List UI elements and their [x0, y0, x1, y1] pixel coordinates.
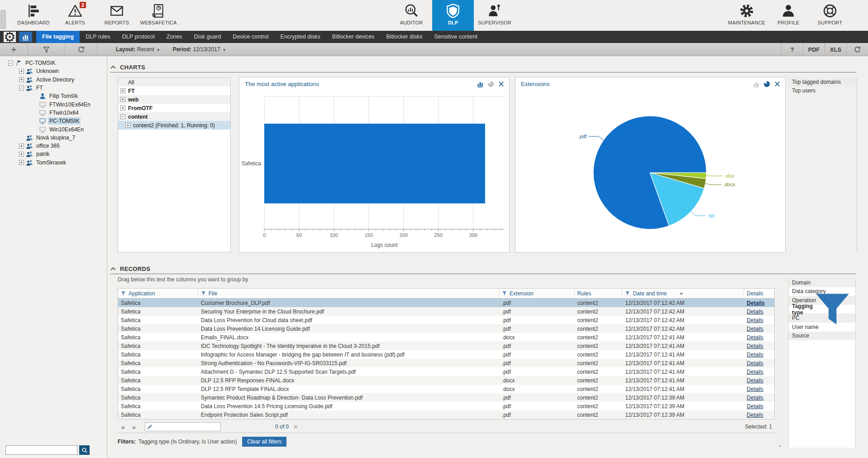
chart-list-item-top-tagged-domains[interactable]: Top tagged domains: [789, 77, 857, 87]
help-button[interactable]: ?: [781, 43, 803, 56]
tab-disk-guard[interactable]: Disk guard: [188, 31, 227, 43]
chart-list-item-top-users[interactable]: Top users: [789, 87, 857, 96]
export-xls-button[interactable]: XLS: [825, 43, 846, 56]
nav-item-reports[interactable]: REPORTS: [96, 0, 138, 31]
expand-icon[interactable]: +: [19, 69, 24, 74]
tree-item-win10ex64en[interactable]: Win10Ex64En: [0, 125, 107, 133]
table-row[interactable]: SafeticaData Loss Prevention for Cloud d…: [118, 316, 774, 324]
pie-view-icon[interactable]: [487, 81, 494, 87]
chart-view-button[interactable]: [19, 32, 32, 42]
add-chart-button[interactable]: [0, 43, 28, 56]
details-link[interactable]: Details: [747, 377, 763, 384]
chart-tree-row-all[interactable]: All: [118, 78, 230, 87]
expand-icon[interactable]: +: [19, 77, 24, 82]
filter-button[interactable]: [28, 43, 65, 56]
expand-icon[interactable]: +: [19, 144, 24, 149]
records-scrollbar[interactable]: [777, 289, 783, 448]
table-row[interactable]: SafeticaIDC Technology Spotlight - The I…: [118, 342, 774, 350]
close-icon[interactable]: [498, 81, 505, 87]
tree-item-filip-tomšík[interactable]: Filip Tomšík: [0, 92, 107, 100]
tree-item-ftwin10x64[interactable]: FTwin10x64: [0, 109, 107, 117]
tree-item-unknown[interactable]: +Unknown: [0, 67, 107, 75]
chart-tree-row-content2[interactable]: +content2 (Finished: 1, Running: 0): [118, 121, 230, 130]
table-row[interactable]: SafeticaData Loss Prevention 14.5 Pricin…: [118, 402, 774, 410]
table-row[interactable]: SafeticaDLP 12.5 RFP Template FINAL.docx…: [118, 385, 774, 393]
details-link[interactable]: Details: [747, 309, 763, 315]
table-row[interactable]: SafeticaStrong Authentication - No Passw…: [118, 359, 774, 367]
tree-item-ftwin10ex64en[interactable]: FTWin10Ex64En: [0, 100, 107, 108]
details-link[interactable]: Details: [747, 326, 763, 332]
nav-item-maintenance[interactable]: MAINTENANCE: [726, 0, 768, 31]
table-row[interactable]: SafeticaCustomer Brochure_DLP.pdf.pdfcon…: [118, 299, 774, 307]
expand-icon[interactable]: +: [120, 97, 125, 102]
column-header-date-and-time[interactable]: Date and time: [622, 289, 744, 298]
close-icon[interactable]: [774, 81, 781, 87]
tree-item-office-365[interactable]: +office 365: [0, 142, 107, 150]
details-link[interactable]: Details: [747, 334, 763, 341]
chart-tree-row-ft[interactable]: +FT: [118, 87, 230, 95]
chart-tree-row-content[interactable]: −content: [118, 112, 230, 121]
tree-item-pc-tomsik[interactable]: PC-TOMSIK: [0, 117, 107, 125]
expand-icon[interactable]: +: [19, 160, 24, 165]
clear-all-filters-button[interactable]: Clear all filters: [242, 437, 286, 447]
table-row[interactable]: SafeticaSymantec Product Roadmap & Direc…: [118, 393, 774, 402]
pager-next-button[interactable]: »: [129, 423, 139, 431]
expand-icon[interactable]: +: [120, 106, 125, 111]
scroll-down-icon[interactable]: ⌄: [777, 442, 783, 448]
tab-file-tagging[interactable]: File tagging: [36, 31, 80, 43]
details-link[interactable]: Details: [747, 352, 763, 358]
expand-icon[interactable]: +: [125, 123, 130, 128]
table-row[interactable]: SafeticaDLP 12.5 RFP Responses FINAL.doc…: [118, 376, 774, 385]
bar-view-icon[interactable]: [753, 81, 760, 87]
settings-view-button[interactable]: ⚙: [4, 32, 16, 42]
tree-item-active-directory[interactable]: +Active Directory: [0, 76, 107, 84]
group-field-tagging-type[interactable]: Tagging type: [789, 305, 855, 314]
column-header-application[interactable]: Application: [118, 289, 198, 298]
refresh-button[interactable]: [65, 43, 97, 56]
collapse-charts-icon[interactable]: [110, 66, 116, 69]
tab-zones[interactable]: Zones: [161, 31, 188, 43]
tree-item-nová-skupina_7[interactable]: Nová skupina_7: [0, 134, 107, 142]
nav-item-dashboard[interactable]: DASHBOARD: [13, 0, 54, 31]
nav-item-alerts[interactable]: ALERTS2: [54, 0, 96, 31]
nav-item-supervisor[interactable]: SUPERVISOR: [474, 0, 515, 31]
table-row[interactable]: SafeticaAttachment G - Symantec DLP 12.5…: [118, 367, 774, 376]
collapse-records-icon[interactable]: [110, 267, 116, 270]
expand-icon[interactable]: +: [19, 152, 24, 157]
nav-item-auditor[interactable]: AUDITOR: [391, 0, 432, 31]
tab-bitlocker-devices[interactable]: Bitlocker devices: [326, 31, 381, 43]
table-row[interactable]: SafeticaSecuring Your Enterprise in the …: [118, 307, 774, 316]
records-scrollbar-thumb[interactable]: [0, 10, 6, 29]
nav-item-profile[interactable]: PROFILE: [768, 0, 809, 31]
tree-item-patrik[interactable]: +patrik: [0, 150, 107, 158]
group-field-source[interactable]: Source: [789, 332, 855, 341]
details-link[interactable]: Details: [747, 343, 763, 349]
table-row[interactable]: SafeticaEndpoint Protection Sales Script…: [118, 410, 774, 419]
details-link[interactable]: Details: [747, 300, 764, 306]
sidebar-search-input[interactable]: [5, 445, 77, 455]
chart-tree-row-fromotf[interactable]: +FromOTF: [118, 104, 230, 112]
period-selector[interactable]: Period: 12/13/2017▼: [173, 43, 226, 56]
pie-view-icon[interactable]: [763, 81, 770, 87]
layout-selector[interactable]: Layout: Recent▼: [116, 43, 160, 56]
nav-item-websafetica[interactable]: wwwWEBSAFETICA: [138, 0, 179, 31]
column-header-extension[interactable]: Extension: [499, 289, 575, 298]
details-link[interactable]: Details: [747, 369, 763, 375]
table-row[interactable]: SafeticaInfographic for Access Manager -…: [118, 350, 774, 359]
collapse-icon[interactable]: −: [120, 114, 125, 119]
collapse-icon[interactable]: −: [8, 61, 13, 66]
tab-device-control[interactable]: Device control: [227, 31, 274, 43]
pager-clear-icon[interactable]: ✕: [293, 424, 298, 430]
column-header-rules[interactable]: Rules: [575, 289, 623, 298]
nav-item-support[interactable]: SUPPORT: [809, 0, 851, 31]
details-link[interactable]: Details: [747, 360, 763, 366]
details-link[interactable]: Details: [747, 386, 763, 392]
tab-encrypted-disks[interactable]: Encrypted disks: [275, 31, 326, 43]
details-link[interactable]: Details: [747, 395, 763, 401]
pager-prev-button[interactable]: «: [118, 423, 129, 431]
tree-item-tomskrasek[interactable]: +TomSkrasek: [0, 159, 107, 167]
group-field-domain[interactable]: Domain: [789, 278, 855, 287]
bar-view-icon[interactable]: [477, 81, 484, 87]
details-link[interactable]: Details: [747, 412, 763, 418]
tab-sensitive-content[interactable]: Sensitive content: [428, 31, 483, 43]
